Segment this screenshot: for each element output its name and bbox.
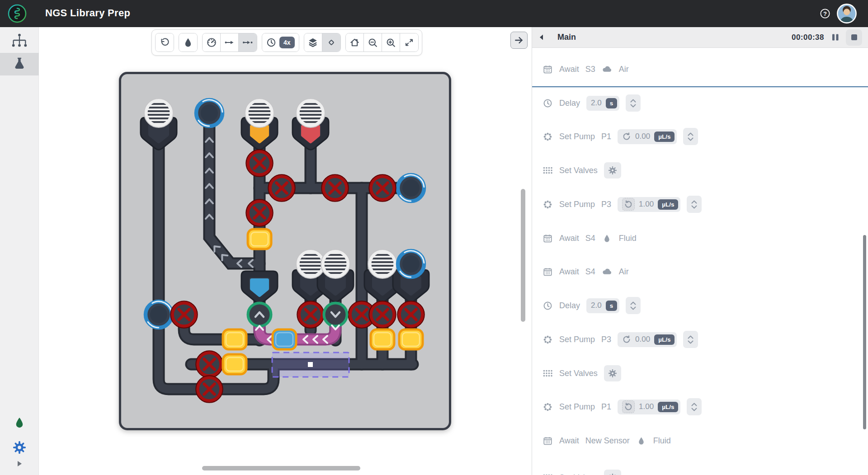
sidebar-expand-button[interactable] xyxy=(0,456,39,473)
current-step-indicator xyxy=(532,86,868,87)
step-row-pump[interactable]: Set PumpP30.00µL/s xyxy=(542,329,859,349)
speed-control[interactable]: 4x xyxy=(262,33,299,52)
fluid-filled-valve[interactable] xyxy=(273,329,296,349)
pump-rate-input[interactable]: 1.00µL/s xyxy=(618,400,680,414)
pump-valve-up[interactable] xyxy=(248,303,271,326)
pump-direction-cw-icon[interactable] xyxy=(622,132,631,141)
open-valve[interactable] xyxy=(371,329,394,349)
droplet-tool-icon[interactable] xyxy=(179,33,197,52)
step-row-delay[interactable]: Delay2.0s xyxy=(542,296,859,315)
delay-value-input[interactable]: 2.0s xyxy=(586,298,619,313)
pump-icon xyxy=(542,200,553,209)
undo-icon[interactable] xyxy=(156,33,174,52)
unit-badge: s xyxy=(606,98,618,108)
step-row-await[interactable]: AwaitNew SensorFluid xyxy=(542,431,859,451)
gauge-icon[interactable] xyxy=(203,33,221,52)
layers-icon[interactable] xyxy=(304,33,322,52)
step-row-await[interactable]: AwaitS4Fluid xyxy=(542,228,859,248)
closed-valve[interactable] xyxy=(369,175,396,202)
configure-valves-button[interactable] xyxy=(604,365,621,381)
home-icon[interactable] xyxy=(346,33,364,52)
chip-workspace[interactable]: 4x xyxy=(39,27,532,475)
step-row-await[interactable]: AwaitS3Air xyxy=(542,59,859,79)
program-title: Main xyxy=(557,33,576,42)
step-label: Await xyxy=(559,436,579,446)
value-stepper[interactable] xyxy=(683,128,698,145)
value-stepper[interactable] xyxy=(683,331,698,348)
closed-valve[interactable] xyxy=(269,175,295,202)
grid-icon xyxy=(542,369,553,377)
pump-rate-input[interactable]: 0.00µL/s xyxy=(618,129,677,144)
flow-through-icon[interactable] xyxy=(221,33,239,52)
pump-direction-ccw-icon[interactable] xyxy=(622,400,635,413)
closed-valve[interactable] xyxy=(171,301,198,328)
pump-direction-ccw-icon[interactable] xyxy=(622,198,635,211)
closed-valve[interactable] xyxy=(196,376,223,403)
closed-valve[interactable] xyxy=(246,200,273,226)
step-row-pump[interactable]: Set PumpP31.00µL/s xyxy=(542,194,859,214)
step-row-pump[interactable]: Set PumpP10.00µL/s xyxy=(542,127,859,146)
step-label: Set Pump xyxy=(559,335,595,344)
expand-triangle-icon xyxy=(17,461,22,469)
sidebar-item-chip-lab[interactable] xyxy=(0,53,39,75)
back-chevron-icon[interactable] xyxy=(538,34,547,41)
diamond-layer-icon[interactable] xyxy=(322,33,340,52)
open-valve[interactable] xyxy=(223,354,246,374)
step-row-valves[interactable]: Set Valves xyxy=(542,363,859,383)
fullscreen-icon[interactable] xyxy=(400,33,418,52)
step-row-valves[interactable]: Set Valves xyxy=(542,468,859,475)
pump-valve-down[interactable] xyxy=(324,303,347,326)
user-avatar[interactable] xyxy=(836,3,857,24)
step-label: Await xyxy=(559,234,579,243)
pump-rate-value: 0.00 xyxy=(635,335,650,344)
pause-button[interactable] xyxy=(831,33,840,41)
value-stepper[interactable] xyxy=(626,297,641,314)
step-row-valves[interactable]: Set Valves xyxy=(542,160,859,180)
panel-scrollbar[interactable] xyxy=(863,235,866,429)
sidebar-item-fluids[interactable] xyxy=(0,412,39,435)
step-label: Set Pump xyxy=(559,200,595,209)
step-label: Delay xyxy=(559,99,580,108)
closed-valve[interactable] xyxy=(196,351,223,378)
sidebar-item-flow-tree[interactable] xyxy=(0,30,39,52)
pump-direction-cw-icon[interactable] xyxy=(622,335,631,344)
vertical-scrollbar[interactable] xyxy=(521,189,525,322)
closed-valve[interactable] xyxy=(322,175,349,202)
closed-valve[interactable] xyxy=(297,301,324,328)
calendar-icon xyxy=(542,234,553,243)
delay-value-input[interactable]: 2.0s xyxy=(586,96,619,111)
step-label: Await xyxy=(559,267,579,277)
zoom-in-icon[interactable] xyxy=(382,33,400,52)
flask-icon xyxy=(12,56,27,73)
stop-button[interactable] xyxy=(846,29,862,46)
closed-valve[interactable] xyxy=(246,150,273,177)
configure-valves-button[interactable] xyxy=(604,162,621,179)
pump-icon xyxy=(542,402,553,412)
step-target: S3 xyxy=(585,65,595,74)
step-label: Set Valves xyxy=(559,473,598,475)
collapse-panel-button[interactable] xyxy=(510,32,528,49)
step-label: Set Valves xyxy=(559,166,598,175)
closed-valve[interactable] xyxy=(369,301,396,328)
flow-stop-icon[interactable] xyxy=(239,33,257,52)
help-icon[interactable]: ? xyxy=(820,9,830,19)
open-valve[interactable] xyxy=(248,229,271,249)
selection-overlay[interactable] xyxy=(272,353,349,377)
chip-canvas[interactable] xyxy=(119,72,451,430)
step-row-delay[interactable]: Delay2.0s xyxy=(542,93,859,113)
horizontal-scrollbar[interactable] xyxy=(202,466,360,470)
value-stepper[interactable] xyxy=(687,398,702,415)
value-stepper[interactable] xyxy=(626,94,641,112)
step-row-await[interactable]: AwaitS4Air xyxy=(542,262,859,282)
closed-valve[interactable] xyxy=(398,301,425,328)
open-valve[interactable] xyxy=(399,329,423,349)
step-row-pump[interactable]: Set PumpP11.00µL/s xyxy=(542,397,859,417)
open-valve[interactable] xyxy=(223,329,246,349)
selection-handle[interactable] xyxy=(308,362,313,367)
zoom-out-icon[interactable] xyxy=(364,33,382,52)
value-stepper[interactable] xyxy=(687,196,702,213)
configure-valves-button[interactable] xyxy=(604,470,621,475)
pump-rate-input[interactable]: 1.00µL/s xyxy=(618,197,680,212)
pump-rate-input[interactable]: 0.00µL/s xyxy=(618,332,677,347)
unit-badge: µL/s xyxy=(654,334,675,345)
